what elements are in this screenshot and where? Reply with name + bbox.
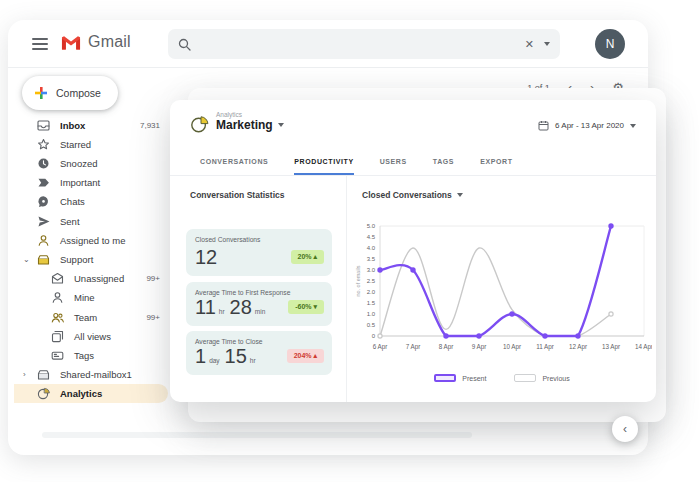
stat-value: 15 [225,345,247,368]
stat-card-first-response: Average Time to First Response 11 hr 28 … [186,282,332,326]
mailbox-icon [36,253,50,266]
panel-view-selector[interactable]: Marketing [216,118,284,132]
stat-value: 28 [230,296,252,319]
sidebar-item-important[interactable]: Important [14,173,168,192]
status-badge: 204% ▴ [287,349,324,363]
svg-text:9 Apr: 9 Apr [472,343,487,351]
views-stack-icon [50,330,64,343]
panel-app-label: Analytics [216,111,284,118]
svg-text:5.0: 5.0 [367,223,376,229]
compose-label: Compose [56,87,101,99]
sidebar-item-team[interactable]: Team 99+ [14,308,168,327]
status-badge: -60% ▾ [288,300,324,314]
search-options-caret-icon[interactable] [544,42,550,46]
stat-unit: hr [219,308,225,315]
svg-text:4.5: 4.5 [367,234,376,240]
tab-conversations[interactable]: CONVERSATIONS [200,150,268,175]
chart-title-dropdown[interactable]: Closed Conversations [362,190,463,200]
chart-caret-icon [457,193,463,197]
previous-swatch [514,374,536,382]
tab-export[interactable]: EXPORT [480,150,512,175]
people-icon [50,311,64,324]
svg-text:2.5: 2.5 [367,278,376,284]
star-icon [36,138,50,151]
svg-text:4.0: 4.0 [367,245,376,251]
chart-area: 00.51.01.52.02.53.03.54.04.55.06 Apr7 Ap… [352,202,652,362]
stat-label: Closed Conversations [195,236,260,243]
person-outline-icon [50,291,64,304]
expand-twisty-icon[interactable]: › [23,370,26,379]
svg-text:11 Apr: 11 Apr [536,343,554,351]
legend-item-previous: Previous [514,374,569,382]
search-input[interactable] [199,38,525,50]
svg-text:6 Apr: 6 Apr [373,343,388,351]
svg-text:14 Apr: 14 Apr [635,343,652,351]
compose-button[interactable]: Compose [22,76,118,110]
sidebar-item-all-views[interactable]: All views [14,327,168,346]
pie-chart-icon [36,387,50,400]
sidebar-item-support[interactable]: ⌄ Support [14,250,168,269]
svg-text:7 Apr: 7 Apr [406,343,421,351]
sidebar-item-chats[interactable]: Chats [14,192,168,211]
sidebar-item-inbox[interactable]: Inbox 7,931 [14,116,168,135]
stat-unit: min [255,308,265,315]
envelope-open-icon [50,272,64,285]
tab-productivity[interactable]: PRODUCTIVITY [294,150,353,175]
stat-unit: day [209,357,219,364]
stat-label: Average Time to First Response [195,289,290,296]
collapse-twisty-icon[interactable]: ⌄ [23,255,30,264]
sidebar-item-sent[interactable]: Sent [14,212,168,231]
panel-tabs: CONVERSATIONS PRODUCTIVITY USERS TAGS EX… [170,150,656,176]
stat-label: Average Time to Close [195,338,263,345]
sidebar-item-snoozed[interactable]: Snoozed [14,154,168,173]
inbox-icon [36,119,50,132]
sidebar-item-mine[interactable]: Mine [14,288,168,307]
svg-text:3.0: 3.0 [367,267,376,273]
sidebar-item-tags[interactable]: Tags [14,346,168,365]
stat-card-closed-conversations: Closed Conversations 12 20% ▴ [186,229,332,276]
search-bar[interactable]: ✕ [168,29,560,59]
tab-tags[interactable]: TAGS [433,150,454,175]
date-range-selector[interactable]: 6 Apr - 13 Apr 2020 [538,120,636,131]
svg-text:13 Apr: 13 Apr [602,343,620,351]
avatar[interactable]: N [595,29,625,59]
chat-bubble-icon [36,195,50,208]
stat-value: 11 [195,296,216,319]
stat-unit: hr [250,357,256,364]
legend-item-present: Present [434,374,486,382]
person-icon [36,234,50,247]
tab-users[interactable]: USERS [380,150,407,175]
stat-value: 12 [195,246,217,269]
present-swatch [434,374,456,382]
analytics-pie-icon [190,115,209,134]
gmail-m-icon [60,34,82,51]
screenshot-stage: Gmail ✕ N Compose 1 of [0,0,700,482]
clock-icon [36,157,50,170]
view-caret-icon [278,123,284,127]
sidebar-item-shared-mailbox1[interactable]: › Shared-mailbox1 [14,365,168,384]
svg-text:1.5: 1.5 [367,300,376,306]
tag-id-icon [50,349,64,362]
svg-text:no. of emails: no. of emails [355,265,361,296]
gmail-topbar: Gmail ✕ N [8,20,648,68]
svg-text:12 Apr: 12 Apr [569,343,587,351]
compose-plus-icon [34,86,48,100]
collapse-chevron-button[interactable]: ‹ [612,416,638,442]
search-clear-icon[interactable]: ✕ [525,38,534,51]
svg-text:0.5: 0.5 [367,322,376,328]
hamburger-menu-icon[interactable] [32,38,48,50]
sidebar-item-unassigned[interactable]: Unassigned 99+ [14,269,168,288]
important-marker-icon [36,176,50,189]
chart-svg: 00.51.01.52.02.53.03.54.04.55.06 Apr7 Ap… [352,202,652,362]
content-divider [346,176,347,402]
sidebar-item-analytics[interactable]: Analytics [14,384,168,403]
stat-card-time-to-close: Average Time to Close 1 day 15 hr 204% ▴ [186,331,332,375]
sidebar-item-assigned-to-me[interactable]: Assigned to me [14,231,168,250]
scroll-hint-bar [42,432,472,438]
svg-text:3.5: 3.5 [367,256,376,262]
send-icon [36,215,50,228]
stats-heading: Conversation Statistics [190,190,284,200]
status-badge: 20% ▴ [291,250,324,264]
svg-text:2.0: 2.0 [367,289,376,295]
sidebar-item-starred[interactable]: Starred [14,135,168,154]
